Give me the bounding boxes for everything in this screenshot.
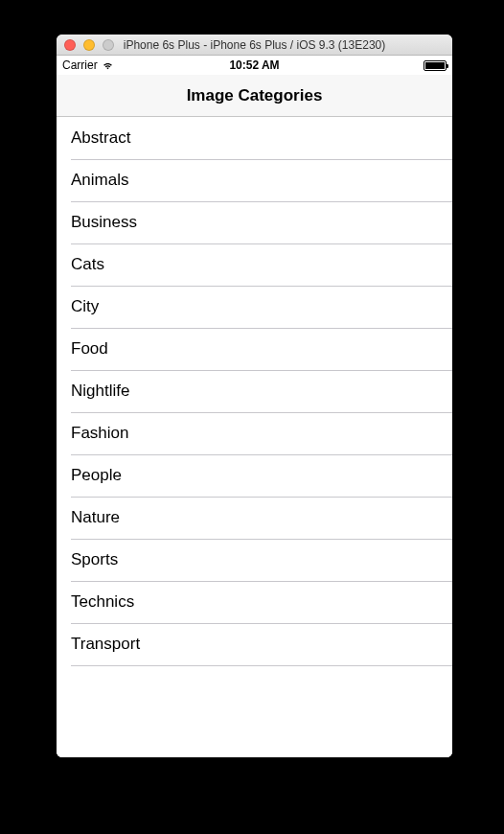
status-time: 10:52 AM <box>57 58 452 72</box>
table-row[interactable]: Abstract <box>57 117 452 159</box>
table-row[interactable]: City <box>57 286 452 328</box>
cell-label: Sports <box>71 550 118 569</box>
cell-label: Nature <box>71 508 120 527</box>
status-right <box>424 60 447 71</box>
categories-table[interactable]: Abstract Animals Business Cats City Food… <box>57 117 452 757</box>
battery-fill <box>425 62 445 69</box>
table-row[interactable]: Sports <box>57 539 452 581</box>
table-row[interactable]: People <box>57 454 452 497</box>
table-row[interactable]: Animals <box>57 159 452 201</box>
carrier-label: Carrier <box>62 58 98 72</box>
cell-label: Cats <box>71 255 104 274</box>
zoom-icon[interactable] <box>103 39 114 51</box>
minimize-icon[interactable] <box>83 39 95 51</box>
cell-label: Transport <box>71 635 140 654</box>
simulator-window: iPhone 6s Plus - iPhone 6s Plus / iOS 9.… <box>57 35 452 757</box>
device-screen: Carrier 10:52 AM Image Categories <box>57 56 452 757</box>
battery-icon <box>424 60 447 71</box>
cell-label: Fashion <box>71 424 128 443</box>
table-row[interactable]: Cats <box>57 243 452 286</box>
cell-label: City <box>71 297 99 316</box>
navigation-bar: Image Categories <box>57 75 452 117</box>
table-row[interactable]: Nature <box>57 497 452 539</box>
window-title: iPhone 6s Plus - iPhone 6s Plus / iOS 9.… <box>57 38 452 52</box>
cell-label: Business <box>71 213 137 232</box>
cell-label: Technics <box>71 592 134 612</box>
status-bar: Carrier 10:52 AM <box>57 56 452 75</box>
page-title: Image Categories <box>187 86 323 105</box>
cell-label: Abstract <box>71 128 130 148</box>
table-row[interactable]: Fashion <box>57 412 452 454</box>
cell-label: Nightlife <box>71 382 129 401</box>
cell-label: People <box>71 466 122 485</box>
table-row[interactable]: Transport <box>57 623 452 665</box>
table-row[interactable]: Business <box>57 201 452 243</box>
cell-label: Animals <box>71 171 128 190</box>
window-titlebar: iPhone 6s Plus - iPhone 6s Plus / iOS 9.… <box>57 35 452 56</box>
cell-label: Food <box>71 339 108 359</box>
close-icon[interactable] <box>64 39 76 51</box>
table-row[interactable]: Technics <box>57 581 452 623</box>
traffic-lights <box>64 39 114 51</box>
table-row[interactable]: Food <box>57 328 452 370</box>
wifi-icon <box>102 60 114 70</box>
status-left: Carrier <box>62 58 114 72</box>
table-row[interactable]: Nightlife <box>57 370 452 412</box>
